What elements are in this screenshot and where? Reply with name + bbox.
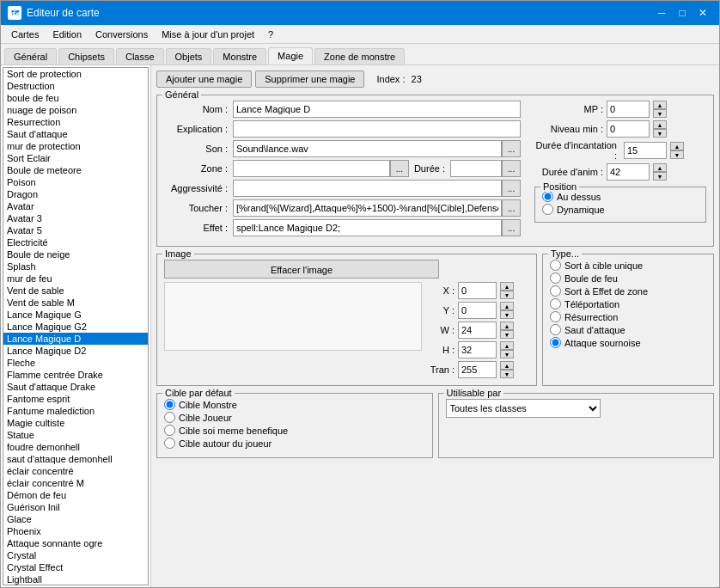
h-down-button[interactable]: ▼	[500, 350, 514, 358]
menu-edition[interactable]: Edition	[46, 28, 88, 41]
cible-monstre-radio[interactable]	[164, 399, 175, 410]
type-saut-attaque-label[interactable]: Saut d'attaque	[564, 325, 625, 335]
duree-incantation-input[interactable]	[624, 142, 667, 159]
cible-soi-meme-label[interactable]: Cible soi meme benefique	[179, 426, 288, 436]
zone-browse-button[interactable]: ...	[390, 160, 409, 177]
type-boule-feu-radio[interactable]	[550, 273, 561, 284]
close-button[interactable]: ✕	[693, 4, 712, 21]
mp-input[interactable]	[607, 101, 650, 118]
list-item[interactable]: Statue	[3, 429, 148, 441]
maximize-button[interactable]: □	[673, 4, 692, 21]
type-resurrection-radio[interactable]	[550, 311, 561, 322]
niveau-min-input[interactable]	[607, 120, 650, 138]
type-effet-zone-label[interactable]: Sort à Effet de zone	[564, 286, 648, 297]
list-item[interactable]: Crystal Effect	[3, 561, 148, 573]
niveau-min-down-button[interactable]: ▼	[653, 129, 667, 138]
minimize-button[interactable]: ─	[652, 4, 671, 21]
tab-magie[interactable]: Magie	[268, 47, 313, 64]
position-au-dessus-radio[interactable]	[542, 191, 553, 202]
w-input[interactable]	[458, 322, 497, 339]
list-item[interactable]: Destruction	[3, 80, 148, 92]
list-item[interactable]: boule de feu	[3, 92, 148, 104]
y-down-button[interactable]: ▼	[500, 310, 514, 319]
type-resurrection-label[interactable]: Résurrection	[564, 312, 618, 322]
tab-objets[interactable]: Objets	[166, 48, 212, 64]
tab-zone-monstre[interactable]: Zone de monstre	[314, 48, 405, 64]
list-item[interactable]: Poison	[3, 176, 148, 188]
list-item[interactable]: Lance Magique G2	[3, 321, 148, 333]
mp-down-button[interactable]: ▼	[653, 109, 667, 118]
position-au-dessus-label[interactable]: Au dessus	[557, 192, 601, 202]
list-item[interactable]: foudre demonhell	[3, 441, 148, 453]
list-item[interactable]: Fleche	[3, 357, 148, 369]
list-item[interactable]: Sort Eclair	[3, 152, 148, 164]
tran-input[interactable]	[458, 361, 497, 378]
tab-chipsets[interactable]: Chipsets	[58, 48, 114, 64]
cible-joueur-label[interactable]: Cible Joueur	[179, 413, 232, 423]
list-item[interactable]: Sort de protection	[3, 68, 148, 80]
list-item[interactable]: mur de protection	[3, 140, 148, 152]
list-item[interactable]: nuage de poison	[3, 104, 148, 116]
effet-input[interactable]	[233, 219, 502, 236]
type-teleportation-label[interactable]: Téléportation	[564, 299, 619, 309]
position-dynamique-radio[interactable]	[542, 204, 553, 215]
position-dynamique-label[interactable]: Dynamique	[557, 205, 605, 215]
list-item[interactable]: Vent de sable M	[3, 297, 148, 309]
type-teleportation-radio[interactable]	[550, 298, 561, 309]
type-effet-zone-radio[interactable]	[550, 285, 561, 297]
cible-monstre-label[interactable]: Cible Monstre	[179, 400, 237, 410]
list-item[interactable]: Electricité	[3, 236, 148, 248]
toucher-browse-button[interactable]: ...	[502, 199, 521, 217]
h-up-button[interactable]: ▲	[500, 341, 514, 350]
list-item[interactable]: Lance Magique G	[3, 309, 148, 321]
type-sort-cible-label[interactable]: Sort à cible unique	[564, 260, 643, 271]
remove-magic-button[interactable]: Supprimer une magie	[255, 70, 364, 88]
list-item[interactable]: Crystal	[3, 549, 148, 561]
duree-input[interactable]	[450, 160, 502, 177]
x-input[interactable]	[458, 282, 497, 299]
list-item[interactable]: Saut d'attaque	[3, 128, 148, 140]
list-item[interactable]: Démon de feu	[3, 489, 148, 501]
duree-anim-input[interactable]	[607, 163, 650, 181]
list-item[interactable]: Resurrection	[3, 116, 148, 128]
cible-soi-meme-radio[interactable]	[164, 425, 175, 436]
list-item[interactable]: Avatar 5	[3, 224, 148, 236]
y-up-button[interactable]: ▲	[500, 302, 514, 310]
nom-input[interactable]	[233, 101, 521, 118]
duree-anim-up-button[interactable]: ▲	[653, 163, 667, 172]
toucher-input[interactable]	[233, 199, 502, 217]
cible-autour-radio[interactable]	[164, 438, 175, 449]
tab-general[interactable]: Général	[4, 48, 57, 64]
magic-list[interactable]: Sort de protection Destruction boule de …	[3, 67, 149, 585]
son-browse-button[interactable]: ...	[502, 140, 521, 157]
cible-autour-label[interactable]: Cible autour du joueur	[179, 438, 272, 449]
list-item[interactable]: mur de feu	[3, 273, 148, 285]
list-item[interactable]: Magie cultiste	[3, 417, 148, 429]
menu-conversions[interactable]: Conversions	[88, 28, 155, 41]
list-item[interactable]: Flamme centrée Drake	[3, 369, 148, 381]
list-item-selected[interactable]: Lance Magique D	[3, 333, 148, 345]
y-input[interactable]	[458, 302, 497, 319]
type-sort-cible-radio[interactable]	[550, 260, 561, 271]
niveau-min-up-button[interactable]: ▲	[653, 120, 667, 129]
list-item[interactable]: Avatar 3	[3, 212, 148, 224]
type-attaque-sournoise-radio[interactable]	[550, 337, 561, 348]
tab-monstre[interactable]: Monstre	[213, 48, 266, 64]
list-item[interactable]: saut d'attaque demonhell	[3, 453, 148, 465]
duree-anim-down-button[interactable]: ▼	[653, 172, 667, 181]
list-item[interactable]: Guérison Inil	[3, 501, 148, 513]
mp-up-button[interactable]: ▲	[653, 101, 667, 109]
utilisable-par-select[interactable]: Toutes les classes	[446, 399, 601, 418]
list-item[interactable]: Lance Magique D2	[3, 345, 148, 357]
list-item[interactable]: Avatar	[3, 200, 148, 212]
w-up-button[interactable]: ▲	[500, 322, 514, 330]
tab-classe[interactable]: Classe	[116, 48, 164, 64]
w-down-button[interactable]: ▼	[500, 330, 514, 339]
list-item[interactable]: éclair concentré M	[3, 477, 148, 489]
list-item[interactable]: Attaque sonnante ogre	[3, 537, 148, 549]
son-input[interactable]	[233, 140, 502, 157]
list-item[interactable]: Boule de neige	[3, 248, 148, 260]
x-up-button[interactable]: ▲	[500, 282, 514, 291]
effet-browse-button[interactable]: ...	[502, 219, 521, 236]
menu-mise-a-jour[interactable]: Mise à jour d'un projet	[155, 28, 261, 41]
